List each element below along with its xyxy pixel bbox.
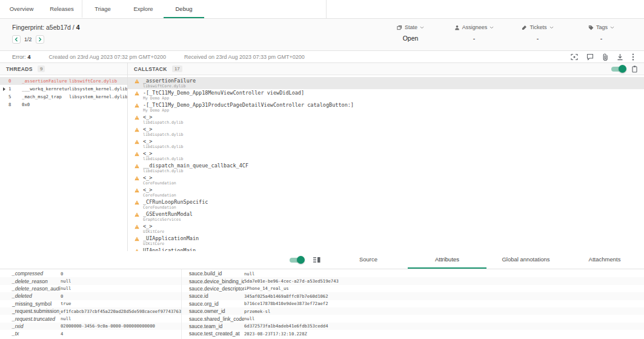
- top-tab[interactable]: Debug: [164, 0, 204, 18]
- frame-module: My Demo App: [143, 96, 304, 101]
- tags-value: -: [569, 35, 633, 42]
- frame-function: <_>: [143, 151, 184, 156]
- attribute-key: _delete_reason_audit: [0, 286, 61, 292]
- top-tab[interactable]: Releases: [42, 0, 82, 18]
- thread-row[interactable]: 8 0x0: [0, 101, 127, 109]
- state-dropdown[interactable]: State Open: [379, 24, 442, 50]
- pagination: 1/2: [12, 35, 80, 44]
- attribute-key: sauce.device_binding_id: [182, 278, 244, 284]
- attribute-value: 0: [61, 271, 181, 277]
- callstack-count-badge: 17: [172, 65, 182, 72]
- received-timestamp: Received on 23rd Aug 2023 07:33 pm GMT+0…: [184, 54, 305, 60]
- comment-icon[interactable]: [586, 53, 594, 61]
- state-value: Open: [379, 35, 442, 42]
- attribute-value: null: [244, 316, 644, 321]
- frame-module: CoreFoundation: [143, 181, 176, 186]
- attribute-key: sauce.owner_id: [182, 308, 244, 314]
- callstack-frame[interactable]: <_> libdispatch.dylib: [128, 126, 644, 138]
- callstack-frame[interactable]: UIApplicationMain: [128, 247, 644, 251]
- prev-page-button[interactable]: [12, 35, 21, 44]
- column-view-icon[interactable]: [313, 257, 320, 263]
- attribute-value: 6d372573fa1b4adeb41e6fdb353cedd4: [244, 323, 644, 329]
- attribute-row: _request.submission_token ef1fcabcb737cb…: [0, 307, 181, 315]
- tickets-dropdown[interactable]: Tickets -: [506, 24, 569, 50]
- attachment-icon[interactable]: [602, 53, 608, 61]
- callstack-frames: _assertionFailure libswiftCore.dylib -[_…: [128, 75, 644, 251]
- chevron-down-icon: [490, 26, 494, 29]
- warning-icon: [134, 91, 139, 96]
- attribute-row: sauce.org_id b716ce17878b410e9dee3873ef7…: [182, 300, 644, 307]
- callstack-frame[interactable]: -[_TtC11My_Demo_App31ProductPageDetailVi…: [128, 101, 644, 113]
- warning-icon: [134, 188, 139, 193]
- attribute-key: _request.truncated: [0, 316, 61, 322]
- frame-function: __dispatch_main_queue_callback_4CF: [143, 163, 248, 169]
- detail-tab[interactable]: Source: [329, 251, 408, 269]
- error-bar: Error: 4 Created on 23rd Aug 2023 07:32 …: [0, 51, 644, 63]
- callstack-frame[interactable]: <_> CoreFoundation: [128, 186, 644, 198]
- warning-icon: [134, 79, 139, 84]
- callstack-frame[interactable]: _CFRunLoopRunSpecific CoreFoundation: [128, 198, 644, 210]
- detail-tab-label: Attributes: [435, 256, 459, 263]
- detail-tab-label: Source: [359, 256, 377, 263]
- tab-bar-divider: [326, 0, 327, 18]
- callstack-frame[interactable]: _assertionFailure libswiftCore.dylib: [128, 77, 644, 89]
- thread-library: libsystem_kernel.dylib: [69, 94, 127, 99]
- fingerprint-id: a5eb17d: [46, 24, 71, 31]
- download-icon[interactable]: [617, 53, 623, 61]
- warning-icon: [134, 212, 139, 217]
- detail-tab[interactable]: Attachments: [565, 251, 644, 269]
- callstack-frame[interactable]: __dispatch_main_queue_callback_4CF libdi…: [128, 162, 644, 174]
- callstack-frame[interactable]: _UIApplicationMain UIKitCore: [128, 235, 644, 247]
- top-tab[interactable]: Explore: [123, 0, 164, 18]
- attribute-row: _delete_reason null: [0, 277, 181, 284]
- thread-id: 5: [8, 94, 22, 99]
- attribute-key: sauce.org_id: [182, 301, 244, 307]
- chevron-right-icon: [38, 37, 42, 42]
- frame-function: <_>: [143, 187, 176, 193]
- callstack-frame[interactable]: _GSEventRunModal GraphicsServices: [128, 210, 644, 223]
- thread-row[interactable]: 0 _assertionFailure libswiftCore.dylib: [0, 77, 127, 85]
- warning-icon: [134, 164, 139, 169]
- tickets-value: -: [506, 35, 569, 42]
- detail-tab-label: Global annotations: [502, 256, 549, 263]
- callstack-frame[interactable]: <_> libdispatch.dylib: [128, 138, 644, 150]
- tags-dropdown[interactable]: Tags -: [569, 24, 633, 50]
- assignees-dropdown[interactable]: Assignees -: [442, 24, 506, 50]
- next-page-button[interactable]: [36, 35, 44, 44]
- warning-icon: [134, 237, 139, 241]
- top-tab[interactable]: Triage: [82, 0, 123, 18]
- warning-icon: [134, 249, 139, 251]
- thread-function: _mach_msg2_trap: [22, 94, 69, 99]
- callstack-frame[interactable]: -[_TtC11My_Demo_App18MenuViewController …: [128, 89, 644, 101]
- callstack-frame[interactable]: <_> UIKitCore: [128, 223, 644, 235]
- focus-icon[interactable]: [571, 53, 578, 61]
- attribute-row: sauce.build_id null: [182, 270, 644, 277]
- attribute-value: null: [61, 316, 181, 321]
- top-tab[interactable]: Overview: [1, 0, 42, 18]
- callstack-title: CALLSTACK: [134, 66, 167, 72]
- callstack-toggle[interactable]: [610, 65, 626, 73]
- clipboard-icon[interactable]: [631, 65, 638, 73]
- tags-label: Tags: [596, 24, 608, 30]
- callstack-frame[interactable]: <_> CoreFoundation: [128, 174, 644, 186]
- thread-row[interactable]: 1 ___workq_kernreturn libsystem_kernel.d…: [0, 85, 127, 93]
- thread-row[interactable]: 5 _mach_msg2_trap libsystem_kernel.dylib: [0, 93, 127, 101]
- thread-library: libsystem_kernel.dylib: [69, 86, 127, 92]
- detail-tab[interactable]: Attributes: [408, 251, 486, 269]
- thread-id: 1: [8, 86, 22, 92]
- attribute-row: sauce.owner_id przemek-sl: [182, 307, 644, 315]
- attribute-key: sauce.id: [182, 293, 244, 299]
- attribute-key: sauce.test_created_at: [182, 331, 244, 337]
- frame-module: My Demo App: [143, 108, 354, 113]
- attribute-row: _compressed 0: [0, 270, 181, 277]
- frame-function: -[_TtC11My_Demo_App18MenuViewController …: [143, 90, 304, 96]
- more-vertical-icon[interactable]: [632, 53, 634, 61]
- callstack-frame[interactable]: <_> libdispatch.dylib: [128, 150, 644, 162]
- attribute-row: sauce.team_id 6d372573fa1b4adeb41e6fdb35…: [182, 323, 644, 330]
- detail-tab[interactable]: Global annotations: [486, 251, 565, 269]
- attribute-value: 2023-08-23T17:32:10.228Z: [244, 331, 644, 337]
- frame-module: CoreFoundation: [143, 193, 176, 198]
- chevron-down-icon: [549, 26, 554, 29]
- attributes-toggle[interactable]: [288, 256, 305, 264]
- callstack-frame[interactable]: <_> libdispatch.dylib: [128, 113, 644, 126]
